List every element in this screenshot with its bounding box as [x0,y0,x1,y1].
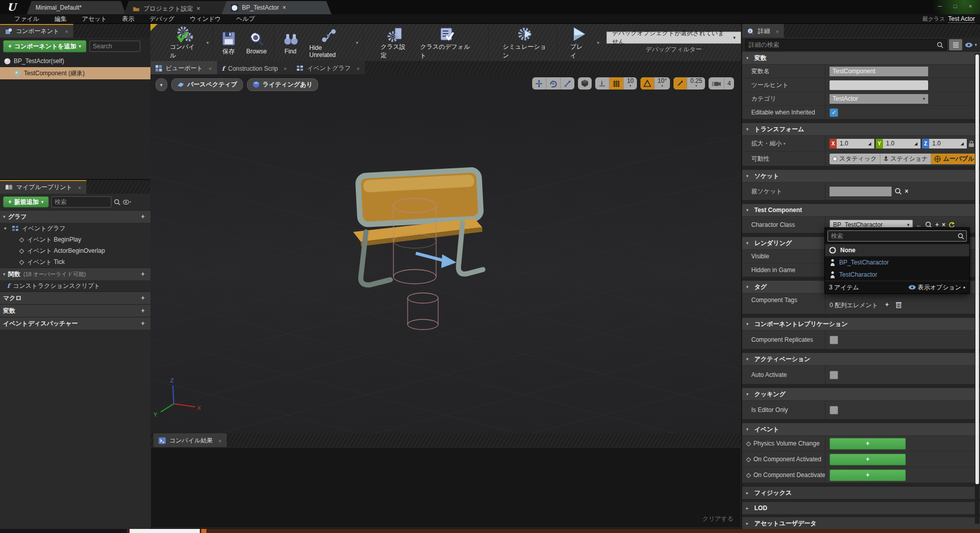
compile-results-log[interactable]: クリアする [150,447,741,528]
add-graph-button[interactable]: + [138,213,147,220]
construction-script-row[interactable]: f コンストラクションスクリプト [0,280,150,291]
doc-tab-minimal-default[interactable]: Minimal_Default* [26,1,126,15]
menu-debug[interactable]: デバッグ [142,15,181,23]
browse-button[interactable]: Browse [241,29,272,56]
add-component-button[interactable]: + コンポーネントを追加 ▾ [3,40,86,52]
minimize-button[interactable]: ─ [932,1,947,11]
event-actorbeginoverlap-row[interactable]: ◇ イベント ActorBeginOverlap [0,245,150,256]
viewport-canvas[interactable]: X Y Z ▾ パースペクティブ ライティングあり [150,74,741,433]
section-lod[interactable]: ▸LOD [742,502,980,514]
tab-event-graph[interactable]: イベントグラフ × [292,61,364,75]
property-matrix-button[interactable] [949,39,962,50]
category-dropdown[interactable]: TestActor▾ [830,94,928,104]
simulate-button[interactable]: シミュレーション [498,24,555,61]
event-beginplay-row[interactable]: ◇ イベント BeginPlay [0,234,150,245]
tooltip-field[interactable] [830,80,928,90]
close-icon[interactable]: × [197,5,200,12]
section-physics[interactable]: ▸フィジックス [742,487,980,499]
class-option-none[interactable]: None [825,244,969,256]
camera-speed-value[interactable]: 4 [724,77,734,90]
tab-my-blueprint[interactable]: マイブループリント × [0,180,86,194]
add-physics-volume-event-button[interactable]: + [830,438,906,450]
world-local-toggle[interactable] [578,77,592,90]
variables-section-header[interactable]: 変数 + [0,304,150,317]
components-search-input[interactable] [89,41,140,52]
scrollbar-thumb[interactable] [975,54,979,484]
move-tool-button[interactable] [532,77,546,90]
hide-unrelated-button[interactable]: Hide Unrelated [304,25,353,60]
compile-button[interactable]: コンパイル [165,24,204,61]
clear-socket-icon[interactable]: × [905,188,908,195]
close-icon[interactable]: × [65,28,68,35]
menu-file[interactable]: ファイル [7,15,46,23]
section-cooking[interactable]: ▾クッキング [742,388,980,400]
debug-object-select[interactable]: デバッグオブジェクトが選択されていません ▾ [606,32,741,44]
surface-snap-button[interactable] [595,77,609,90]
menu-window[interactable]: ウィンドウ [182,15,228,23]
section-socket[interactable]: ▾ソケット [742,170,980,182]
doc-tab-bp-testactor[interactable]: BP_TestActor × [222,1,331,14]
scale-z-field[interactable]: Z 1.0◢ [922,139,967,149]
close-icon[interactable]: × [218,438,221,444]
section-variables[interactable]: ▾変数 [742,52,980,64]
menu-asset[interactable]: アセット [75,15,114,23]
rotation-snap-toggle[interactable] [640,77,655,90]
component-row-selected[interactable]: TestComponent (継承) [0,67,150,79]
section-replication[interactable]: ▾コンポーネントレプリケーション [742,318,980,330]
add-function-button[interactable]: + [138,271,147,278]
close-icon[interactable]: × [776,28,779,35]
play-button[interactable]: プレイ [565,24,593,61]
section-activation[interactable]: ▾アクティベーション [742,353,980,365]
viewport-options-button[interactable]: ▾ [156,78,167,91]
section-transform[interactable]: ▾トランスフォーム [742,123,980,135]
mobility-stationary-button[interactable]: ステイショナ [880,154,932,164]
class-defaults-button[interactable]: クラスのデフォルト [415,24,478,61]
doc-tab-project-settings[interactable]: プロジェクト設定 × [124,1,238,15]
details-search-input[interactable] [745,39,946,50]
play-options-chevron[interactable]: ▾ [597,40,600,45]
dispatchers-section-header[interactable]: イベントディスパッチャー + [0,317,150,330]
details-scrollbar[interactable] [975,53,979,524]
parent-socket-field[interactable] [830,187,892,196]
tab-details[interactable]: i 詳細 × [742,24,784,38]
close-icon[interactable]: × [283,4,286,11]
functions-section-header[interactable]: ▾ 関数 (18 オーバーライド可能) + [0,268,150,280]
eye-filter-icon[interactable] [123,199,131,205]
hide-unrelated-chevron[interactable]: ▾ [356,40,358,45]
graph-section-header[interactable]: ▾ グラフ + [0,210,150,223]
scale-x-field[interactable]: X 1.0◢ [830,139,874,149]
chevron-down-icon[interactable]: ▾ [783,141,785,146]
add-macro-button[interactable]: + [138,294,147,302]
close-icon[interactable]: × [78,185,81,191]
tab-compile-results[interactable]: コンパイル結果 × [154,433,227,447]
menu-help[interactable]: ヘルプ [229,15,262,23]
find-button[interactable]: Find [277,29,304,56]
view-options-button[interactable]: 表示オプション ▾ [908,283,965,292]
add-activated-event-button[interactable]: + [830,454,906,465]
add-variable-button[interactable]: + [138,307,147,314]
tab-construction-script[interactable]: f Construction Scrip × [217,61,292,75]
editor-only-checkbox[interactable] [830,406,838,414]
component-row-root[interactable]: BP_TestActor(self) [0,55,150,67]
compile-options-chevron[interactable]: ▾ [206,40,209,45]
close-button[interactable]: × [963,1,978,11]
class-option-bp-testcharactor[interactable]: BP_TestCharactor [825,256,969,269]
add-deactivated-event-button[interactable]: + [830,469,906,481]
display-filter-button[interactable]: ▾ [965,42,977,48]
close-icon[interactable]: × [208,66,211,72]
add-new-button[interactable]: + 新規追加 ▾ [3,196,49,208]
rotate-tool-button[interactable] [546,77,561,90]
replicates-checkbox[interactable] [830,336,838,344]
grid-snap-value[interactable]: 10▾ [624,77,636,90]
class-picker-search-input[interactable] [828,230,967,242]
class-option-testcharactor[interactable]: TestCharactor [825,269,969,281]
camera-speed-button[interactable] [709,77,724,90]
section-events[interactable]: ▾イベント [742,423,980,435]
mobility-movable-button[interactable]: ムーバブル [931,154,977,164]
scale-snap-value[interactable]: 0.25▾ [687,77,705,90]
scale-y-field[interactable]: Y 1.0◢ [876,139,921,149]
rotation-snap-value[interactable]: 10°▾ [655,77,670,90]
add-dispatcher-button[interactable]: + [138,320,147,327]
class-settings-button[interactable]: クラス設定 [376,24,415,61]
close-icon[interactable]: × [356,66,359,72]
